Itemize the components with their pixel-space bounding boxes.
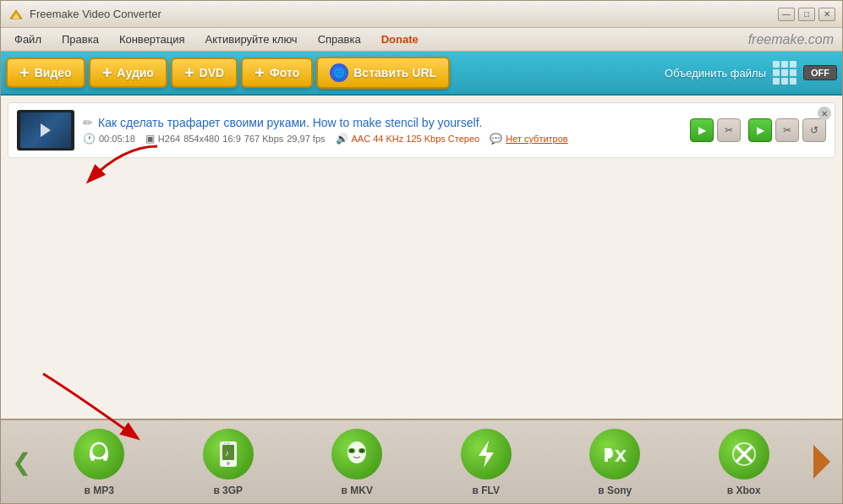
mkv-icon xyxy=(330,427,384,481)
dvd-button-label: DVD xyxy=(200,66,225,79)
convert-to-xbox-button[interactable]: в Xbox xyxy=(710,427,778,496)
title-bar-left: Freemake Video Converter xyxy=(8,6,161,23)
svg-point-12 xyxy=(224,442,226,444)
convert-to-sony-button[interactable]: в Sony xyxy=(581,427,649,496)
grid-dot xyxy=(781,69,788,76)
scroll-left-button[interactable]: ❮ xyxy=(6,436,36,487)
svg-marker-20 xyxy=(479,441,494,468)
left-chevron-icon: ❮ xyxy=(12,448,31,476)
add-photo-button[interactable]: + Фото xyxy=(241,58,313,88)
file-thumbnail xyxy=(17,110,74,151)
menu-activate[interactable]: Активируйте ключ xyxy=(195,30,308,49)
scroll-right-button[interactable] xyxy=(807,436,837,487)
menu-convert[interactable]: Конвертация xyxy=(109,30,195,49)
resolution-value: 854x480 xyxy=(183,134,219,144)
remove-file-button[interactable]: ✕ xyxy=(818,107,831,120)
play-preview-button[interactable]: ▶ xyxy=(690,118,714,142)
minimize-button[interactable]: — xyxy=(778,8,795,21)
audio-value: AAC 44 KHz 125 Kbps Стерео xyxy=(352,134,480,144)
flv-icon xyxy=(459,427,513,481)
add-video-button[interactable]: + Видео xyxy=(6,58,85,88)
grid-dot xyxy=(773,78,780,85)
svg-point-11 xyxy=(227,462,230,465)
convert-to-flv-button[interactable]: в FLV xyxy=(452,427,520,496)
xbox-label: в Xbox xyxy=(727,485,761,496)
globe-icon: 🌐 xyxy=(330,63,348,82)
subtitle-value: Нет субтитров xyxy=(506,134,568,144)
table-row: ✏ Как сделать трафарет своими руками. Ho… xyxy=(8,102,835,158)
grid-dot xyxy=(773,69,780,76)
convert-to-mp3-button[interactable]: в MP3 xyxy=(65,427,133,496)
plus-icon-dvd: + xyxy=(184,64,194,81)
file-info: ✏ Как сделать трафарет своими руками. Ho… xyxy=(83,116,682,145)
sony-label: в Sony xyxy=(598,485,632,496)
main-window: Freemake Video Converter — □ ✕ Файл Прав… xyxy=(0,0,843,504)
mp3-icon xyxy=(72,427,126,481)
menu-edit[interactable]: Правка xyxy=(52,30,109,49)
merge-section: Объединить файлы OFF xyxy=(665,61,837,85)
url-button-label: Вставить URL xyxy=(353,66,436,79)
meta-codec: ▣ H264 854x480 16:9 767 Kbps 29,97 fps xyxy=(145,133,326,145)
merge-label: Объединить файлы xyxy=(665,67,766,79)
svg-point-19 xyxy=(360,449,364,452)
file-title-row: ✏ Как сделать трафарет своими руками. Ho… xyxy=(83,116,682,129)
flash-svg xyxy=(474,439,499,469)
merge-grid-icon xyxy=(773,61,796,85)
menu-donate[interactable]: Donate xyxy=(371,30,429,49)
title-bar: Freemake Video Converter — □ ✕ xyxy=(1,1,842,28)
insert-url-button[interactable]: 🌐 Вставить URL xyxy=(316,57,450,89)
merge-toggle[interactable]: OFF xyxy=(803,65,837,80)
svg-point-18 xyxy=(350,449,354,452)
menu-help[interactable]: Справка xyxy=(308,30,371,49)
convert-start-button[interactable]: ▶ xyxy=(748,118,772,142)
menu-bar: Файл Правка Конвертация Активируйте ключ… xyxy=(1,28,842,52)
audio-icon: 🔊 xyxy=(336,133,348,145)
meta-duration: 🕐 00:05:18 xyxy=(83,133,135,145)
meta-subtitles: 💬 Нет субтитров xyxy=(490,133,568,145)
xbox-icon xyxy=(717,427,771,481)
edit-icon: ✏ xyxy=(83,116,93,129)
brand-logo: freemake.com xyxy=(748,32,834,47)
add-audio-button[interactable]: + Аудио xyxy=(89,58,167,88)
file-meta: 🕐 00:05:18 ▣ H264 854x480 16:9 767 Kbps … xyxy=(83,133,682,145)
video-button-label: Видео xyxy=(35,66,72,79)
clock-icon: 🕐 xyxy=(83,133,96,145)
3gp-icon: ♪ xyxy=(201,427,255,481)
meta-audio: 🔊 AAC 44 KHz 125 Kbps Стерео xyxy=(336,133,480,145)
toolbar: + Видео + Аудио + DVD + Фото 🌐 Вставить … xyxy=(1,52,842,96)
grid-dot xyxy=(790,69,796,76)
cut-button[interactable]: ✂ xyxy=(775,118,799,142)
maximize-button[interactable]: □ xyxy=(798,8,815,21)
menu-file[interactable]: Файл xyxy=(4,30,52,49)
flv-label: в FLV xyxy=(473,485,500,496)
codec-value: H264 xyxy=(158,134,180,144)
thumb-inner xyxy=(20,112,71,148)
convert-to-3gp-button[interactable]: ♪ в 3GP xyxy=(194,427,262,496)
svg-rect-21 xyxy=(608,448,611,458)
edit-file-button[interactable]: ✂ xyxy=(717,118,741,142)
grid-dot xyxy=(781,61,788,68)
app-logo-icon xyxy=(8,6,25,23)
grid-dot xyxy=(773,61,780,68)
add-dvd-button[interactable]: + DVD xyxy=(171,58,238,88)
svg-text:♪: ♪ xyxy=(225,448,229,457)
svg-marker-25 xyxy=(813,445,830,479)
video-icon: ▣ xyxy=(145,133,155,145)
grid-dot xyxy=(790,78,796,85)
refresh-button[interactable]: ↺ xyxy=(802,118,826,142)
file-title: Как сделать трафарет своими руками. How … xyxy=(98,116,482,129)
phone-svg: ♪ xyxy=(216,440,240,468)
audio-button-label: Аудио xyxy=(117,66,154,79)
3gp-label: в 3GP xyxy=(213,485,243,496)
window-title: Freemake Video Converter xyxy=(30,8,161,20)
file-list: ✏ Как сделать трафарет своими руками. Ho… xyxy=(1,96,842,165)
file-actions: ▶ ✂ ▶ ✂ ↺ xyxy=(690,118,826,142)
plus-icon-audio: + xyxy=(102,64,112,81)
convert-to-mkv-button[interactable]: в MKV xyxy=(323,427,391,496)
fps-value: 29,97 fps xyxy=(287,134,325,144)
aspect-value: 16:9 xyxy=(222,134,240,144)
close-button[interactable]: ✕ xyxy=(818,8,835,21)
right-chevron-icon xyxy=(807,436,837,487)
svg-rect-13 xyxy=(227,443,230,445)
plus-icon-photo: + xyxy=(255,64,265,81)
